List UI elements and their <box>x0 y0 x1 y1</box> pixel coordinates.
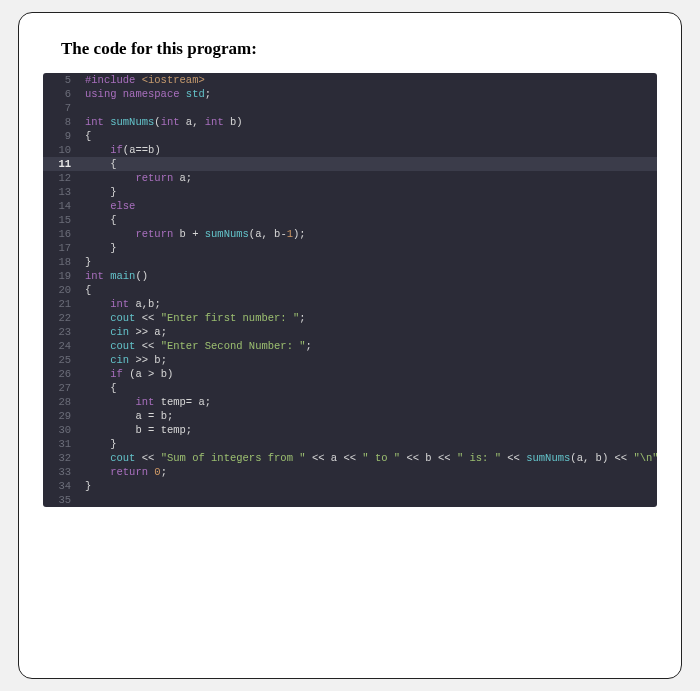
document-sheet: The code for this program: 5#include <io… <box>18 12 682 679</box>
code-line: 10 if(a==b) <box>43 143 657 157</box>
code-line: 8int sumNums(int a, int b) <box>43 115 657 129</box>
code-content: int sumNums(int a, int b) <box>79 115 657 129</box>
page: The code for this program: 5#include <io… <box>0 0 700 691</box>
line-number: 34 <box>43 479 79 493</box>
line-number: 25 <box>43 353 79 367</box>
code-line: 34} <box>43 479 657 493</box>
heading: The code for this program: <box>61 39 657 59</box>
line-number: 12 <box>43 171 79 185</box>
code-content: return b + sumNums(a, b-1); <box>79 227 657 241</box>
code-content: if (a > b) <box>79 367 657 381</box>
line-number: 33 <box>43 465 79 479</box>
code-line: 15 { <box>43 213 657 227</box>
code-content: int temp= a; <box>79 395 657 409</box>
line-number: 26 <box>43 367 79 381</box>
code-line: 9{ <box>43 129 657 143</box>
line-number: 5 <box>43 73 79 87</box>
code-line: 25 cin >> b; <box>43 353 657 367</box>
line-number: 23 <box>43 325 79 339</box>
code-line: 19int main() <box>43 269 657 283</box>
code-line: 23 cin >> a; <box>43 325 657 339</box>
code-content: { <box>79 129 657 143</box>
line-number: 19 <box>43 269 79 283</box>
code-line: 22 cout << "Enter first number: "; <box>43 311 657 325</box>
code-content <box>79 493 657 507</box>
code-line: 14 else <box>43 199 657 213</box>
code-content <box>79 101 657 115</box>
code-content: cout << "Enter first number: "; <box>79 311 657 325</box>
code-line: 6using namespace std; <box>43 87 657 101</box>
code-line: 5#include <iostream> <box>43 73 657 87</box>
line-number: 7 <box>43 101 79 115</box>
code-content: return 0; <box>79 465 657 479</box>
code-line: 32 cout << "Sum of integers from " << a … <box>43 451 657 465</box>
code-line: 17 } <box>43 241 657 255</box>
code-line: 26 if (a > b) <box>43 367 657 381</box>
code-content: #include <iostream> <box>79 73 657 87</box>
line-number: 30 <box>43 423 79 437</box>
line-number: 11 <box>43 157 79 171</box>
code-content: { <box>79 283 657 297</box>
line-number: 22 <box>43 311 79 325</box>
code-content: a = b; <box>79 409 657 423</box>
line-number: 6 <box>43 87 79 101</box>
code-content: else <box>79 199 657 213</box>
code-content: } <box>79 437 657 451</box>
line-number: 15 <box>43 213 79 227</box>
code-content: { <box>79 381 657 395</box>
line-number: 24 <box>43 339 79 353</box>
code-content: cout << "Enter Second Number: "; <box>79 339 657 353</box>
line-number: 35 <box>43 493 79 507</box>
line-number: 9 <box>43 129 79 143</box>
code-content: { <box>79 213 657 227</box>
code-line: 35 <box>43 493 657 507</box>
code-content: } <box>79 255 657 269</box>
code-content: b = temp; <box>79 423 657 437</box>
line-number: 17 <box>43 241 79 255</box>
code-content: using namespace std; <box>79 87 657 101</box>
code-content: int main() <box>79 269 657 283</box>
line-number: 14 <box>43 199 79 213</box>
code-content: } <box>79 185 657 199</box>
line-number: 32 <box>43 451 79 465</box>
code-line: 33 return 0; <box>43 465 657 479</box>
line-number: 29 <box>43 409 79 423</box>
code-content: cin >> b; <box>79 353 657 367</box>
code-line: 20{ <box>43 283 657 297</box>
line-number: 8 <box>43 115 79 129</box>
line-number: 27 <box>43 381 79 395</box>
code-line: 24 cout << "Enter Second Number: "; <box>43 339 657 353</box>
code-line: 28 int temp= a; <box>43 395 657 409</box>
code-content: cin >> a; <box>79 325 657 339</box>
code-content: int a,b; <box>79 297 657 311</box>
code-line: 31 } <box>43 437 657 451</box>
code-line: 18} <box>43 255 657 269</box>
code-line: 27 { <box>43 381 657 395</box>
code-content: { <box>79 157 657 171</box>
code-line: 7 <box>43 101 657 115</box>
code-content: } <box>79 479 657 493</box>
code-content: if(a==b) <box>79 143 657 157</box>
code-content: return a; <box>79 171 657 185</box>
line-number: 10 <box>43 143 79 157</box>
line-number: 13 <box>43 185 79 199</box>
code-line: 13 } <box>43 185 657 199</box>
line-number: 31 <box>43 437 79 451</box>
line-number: 16 <box>43 227 79 241</box>
code-content: } <box>79 241 657 255</box>
code-line: 29 a = b; <box>43 409 657 423</box>
line-number: 18 <box>43 255 79 269</box>
line-number: 21 <box>43 297 79 311</box>
code-line: 11 { <box>43 157 657 171</box>
line-number: 20 <box>43 283 79 297</box>
code-block: 5#include <iostream>6using namespace std… <box>43 73 657 507</box>
code-line: 16 return b + sumNums(a, b-1); <box>43 227 657 241</box>
code-content: cout << "Sum of integers from " << a << … <box>79 451 657 465</box>
line-number: 28 <box>43 395 79 409</box>
code-line: 30 b = temp; <box>43 423 657 437</box>
code-line: 21 int a,b; <box>43 297 657 311</box>
code-line: 12 return a; <box>43 171 657 185</box>
